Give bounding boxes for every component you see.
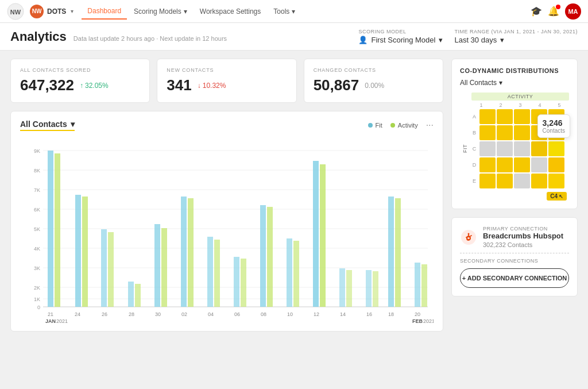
- tooltip-label: Contacts: [543, 128, 565, 134]
- nav-items: Dashboard Scoring Models ▾ Workspace Set…: [82, 3, 527, 20]
- grid-cell-a3[interactable]: [514, 109, 530, 124]
- svg-text:7K: 7K: [34, 187, 40, 193]
- svg-text:20: 20: [415, 311, 420, 317]
- svg-rect-43: [320, 164, 326, 307]
- nav-scoring-models[interactable]: Scoring Models ▾: [128, 4, 193, 19]
- grid-cell-c2[interactable]: [497, 141, 513, 156]
- grid-cell-d2[interactable]: [497, 157, 513, 172]
- svg-rect-51: [421, 264, 427, 307]
- stat-changed-contacts-row: 50,867 0.00%: [314, 76, 434, 94]
- grid-cell-c5[interactable]: [548, 141, 564, 156]
- grid-cell-a2[interactable]: [497, 109, 513, 124]
- stat-cards: ALL CONTACTS SCORED 647,322 ↑ 32.05% NEW…: [10, 59, 443, 103]
- notification-bell-icon[interactable]: 🔔: [548, 6, 559, 17]
- chart-more-icon[interactable]: ···: [426, 120, 434, 130]
- avatar-initials: MA: [568, 8, 578, 15]
- connection-header: PRIMARY CONNECTION Breadcrumbs Hubspot 3…: [460, 226, 569, 248]
- grid-cell-b3[interactable]: [514, 125, 530, 140]
- svg-text:0: 0: [37, 305, 40, 310]
- grid-cell-a1[interactable]: [479, 109, 496, 124]
- grid-cell-c1[interactable]: [479, 141, 496, 156]
- divider: [460, 253, 569, 253]
- fit-section-label: FIT: [460, 109, 470, 188]
- cell-indicator: C4 ↖: [460, 192, 569, 201]
- svg-text:21: 21: [48, 311, 53, 317]
- stat-all-contacts-label: ALL CONTACTS SCORED: [20, 67, 140, 73]
- nav-right-actions: 🎓 🔔 MA: [531, 3, 581, 20]
- stat-new-contacts-change: ↓ 10.32%: [198, 82, 226, 90]
- svg-rect-42: [313, 161, 319, 307]
- connection-name: Breadcrumbs Hubspot: [483, 232, 563, 240]
- svg-rect-34: [207, 237, 213, 307]
- svg-rect-33: [188, 198, 194, 307]
- grid-cell-d1[interactable]: [479, 157, 496, 172]
- arrow-down-icon: ↓: [198, 82, 201, 90]
- svg-rect-31: [161, 228, 167, 307]
- chart-legend: Fit Activity ···: [368, 120, 434, 130]
- app-logo: NW: [7, 3, 24, 20]
- scoring-model-value[interactable]: 👤 First Scoring Model ▾: [358, 36, 443, 44]
- row-label-b: B: [470, 130, 478, 136]
- svg-text:4K: 4K: [34, 246, 40, 252]
- scoring-model-selector: SCORING MODEL 👤 First Scoring Model ▾: [358, 29, 443, 44]
- main-right: CO-DYNAMIC DISTRIBUTIONS All Contacts ▾ …: [451, 59, 578, 332]
- legend-activity: Activity: [390, 122, 418, 129]
- grid-cell-e1[interactable]: [479, 174, 496, 188]
- svg-point-71: [461, 230, 476, 245]
- distribution-filter[interactable]: All Contacts ▾: [460, 79, 569, 87]
- stat-changed-contacts-label: CHANGED CONTACTS: [314, 67, 434, 73]
- row-label-e: E: [470, 178, 478, 184]
- graduation-icon[interactable]: 🎓: [531, 6, 542, 17]
- grid-cell-e3[interactable]: [514, 174, 530, 188]
- subheader: Analytics Data last update 2 hours ago ·…: [0, 23, 588, 51]
- col-label-2: 2: [491, 102, 510, 108]
- nav-workspace-settings[interactable]: Workspace Settings: [194, 4, 267, 19]
- svg-rect-40: [287, 238, 292, 307]
- grid-cell-e4[interactable]: [531, 174, 547, 188]
- grid-cell-e5[interactable]: [548, 174, 564, 188]
- add-secondary-connection-button[interactable]: + ADD SECONDARY CONNECTION: [460, 268, 569, 288]
- svg-rect-30: [154, 224, 160, 307]
- grid-row-e: E: [470, 174, 569, 188]
- user-avatar[interactable]: MA: [565, 3, 581, 20]
- col-label-3: 3: [510, 102, 530, 108]
- brand-chevron-icon[interactable]: ▾: [71, 8, 74, 14]
- svg-text:16: 16: [366, 311, 372, 317]
- tooltip-count: 3,246: [543, 118, 565, 128]
- svg-text:FEB: FEB: [412, 318, 423, 323]
- grid-cell-d5[interactable]: [548, 157, 564, 172]
- col-label-1: 1: [471, 102, 491, 108]
- navbar: NW NW DOTS ▾ Dashboard Scoring Models ▾ …: [0, 0, 588, 23]
- svg-text:9K: 9K: [34, 148, 40, 154]
- svg-text:12: 12: [314, 311, 319, 317]
- chart-title[interactable]: All Contacts ▾: [20, 120, 75, 131]
- grid-cell-e2[interactable]: [497, 174, 513, 188]
- grid-row-d: D: [470, 157, 569, 172]
- nav-tools[interactable]: Tools ▾: [268, 4, 301, 19]
- svg-text:2K: 2K: [34, 285, 40, 291]
- grid-cell-d3[interactable]: [514, 157, 530, 172]
- svg-rect-47: [373, 271, 378, 307]
- col-label-5: 5: [550, 102, 569, 108]
- nav-dashboard[interactable]: Dashboard: [82, 3, 127, 20]
- stat-changed-contacts-value: 50,867: [314, 76, 359, 94]
- svg-rect-37: [241, 259, 246, 307]
- row-label-a: A: [470, 114, 478, 120]
- hubspot-icon: [460, 229, 477, 246]
- svg-text:30: 30: [155, 311, 161, 317]
- grid-tooltip: 3,246 Contacts: [537, 114, 570, 138]
- svg-text:8K: 8K: [34, 168, 40, 174]
- grid-cell-c4[interactable]: 3,246 Contacts: [531, 141, 547, 156]
- svg-text:26: 26: [102, 311, 107, 317]
- time-range-value[interactable]: Last 30 days ▾: [454, 36, 578, 44]
- svg-rect-22: [48, 151, 53, 307]
- grid-cell-b1[interactable]: [479, 125, 496, 140]
- stat-all-contacts-row: 647,322 ↑ 32.05%: [20, 76, 140, 94]
- grid-cell-d4[interactable]: [531, 157, 547, 172]
- svg-rect-41: [293, 241, 299, 307]
- page-subtitle: Data last update 2 hours ago · Next upda…: [74, 35, 227, 42]
- grid-cell-b2[interactable]: [497, 125, 513, 140]
- time-range-chevron-icon: ▾: [500, 36, 504, 44]
- grid-cell-c3[interactable]: [514, 141, 530, 156]
- chart-title-chevron-icon: ▾: [71, 120, 75, 129]
